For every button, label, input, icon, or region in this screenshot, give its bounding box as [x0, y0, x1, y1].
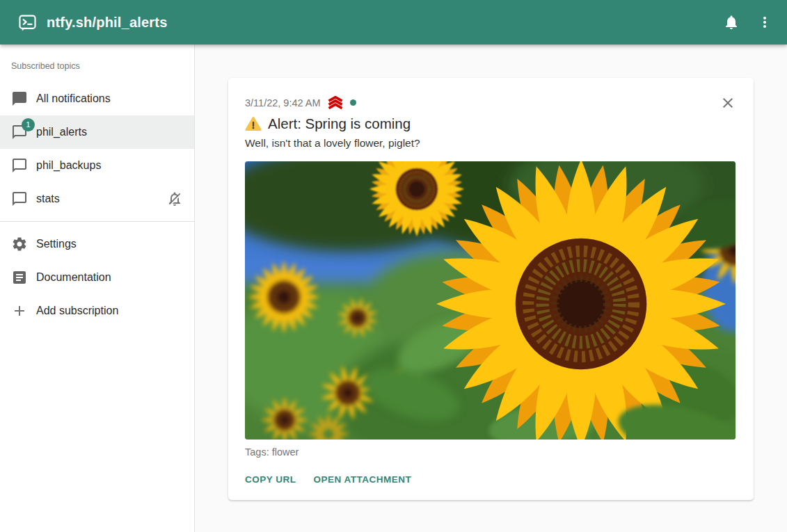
notification-body: Well, isn't that a lovely flower, piglet…	[245, 137, 737, 150]
appbar: ntfy.sh/phil_alerts	[0, 0, 787, 45]
chat-outline-icon	[11, 191, 28, 207]
chat-outline-icon: 1	[11, 124, 28, 140]
notification-title: Alert: Spring is coming	[268, 115, 411, 132]
sidebar-item-label: phil_backups	[36, 159, 101, 172]
ntfy-logo-icon	[18, 13, 37, 32]
more-vert-icon	[756, 14, 773, 31]
sidebar-item-label: Documentation	[36, 271, 111, 284]
unread-dot	[350, 99, 356, 106]
priority-max-icon	[327, 96, 344, 109]
sidebar-item-settings[interactable]: Settings	[0, 227, 194, 261]
sidebar: Subscribed topics All notifications 1 ph…	[0, 45, 195, 532]
sidebar-item-label: Add subscription	[36, 305, 118, 317]
copy-url-button[interactable]: COPY URL	[245, 469, 296, 490]
sidebar-item-label: All notifications	[36, 92, 111, 105]
sidebar-item-label: phil_alerts	[36, 126, 87, 138]
sidebar-section-label: Subscribed topics	[0, 53, 194, 82]
main-content: 3/11/22, 9:42 AM	[195, 45, 787, 532]
sidebar-item-phil-backups[interactable]: phil_backups	[0, 149, 194, 182]
chat-filled-icon	[11, 90, 28, 107]
bell-off-icon	[166, 191, 183, 207]
sidebar-item-all-notifications[interactable]: All notifications	[0, 82, 194, 115]
sidebar-item-documentation[interactable]: Documentation	[0, 261, 194, 294]
close-icon	[720, 95, 736, 111]
article-icon	[11, 269, 28, 286]
notifications-button[interactable]	[715, 6, 748, 39]
sidebar-item-label: Settings	[36, 238, 77, 250]
notification-meta-row: 3/11/22, 9:42 AM	[245, 96, 737, 109]
appbar-title: ntfy.sh/phil_alerts	[47, 15, 167, 31]
overflow-menu-button[interactable]	[748, 6, 781, 39]
notification-timestamp: 3/11/22, 9:42 AM	[245, 97, 321, 108]
bell-icon	[723, 14, 740, 31]
sidebar-divider	[0, 221, 194, 222]
notification-card: 3/11/22, 9:42 AM	[228, 78, 754, 500]
notification-title-row: Alert: Spring is coming	[245, 115, 737, 132]
open-attachment-button[interactable]: OPEN ATTACHMENT	[314, 469, 412, 490]
close-notification-button[interactable]	[720, 95, 736, 111]
sidebar-item-phil-alerts[interactable]: 1 phil_alerts	[0, 115, 194, 149]
sidebar-item-label: stats	[36, 193, 60, 205]
sidebar-item-stats[interactable]: stats	[0, 182, 194, 216]
warning-icon	[245, 116, 262, 131]
unread-count-badge: 1	[22, 118, 35, 131]
sidebar-item-add-subscription[interactable]: Add subscription	[0, 294, 194, 328]
gear-icon	[11, 236, 28, 252]
chat-outline-icon	[11, 157, 28, 174]
plus-icon	[11, 303, 28, 319]
notification-tags: Tags: flower	[245, 446, 737, 458]
notification-actions: COPY URL OPEN ATTACHMENT	[245, 469, 737, 490]
attachment-image[interactable]	[245, 161, 736, 440]
